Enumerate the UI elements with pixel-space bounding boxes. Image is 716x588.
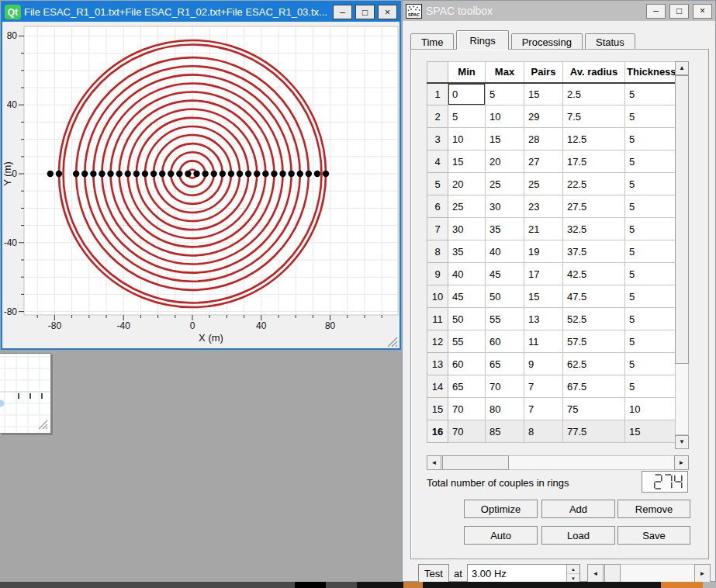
frequency-scroll-thumb[interactable] — [604, 564, 621, 583]
cell-av-radius[interactable]: 37.5 — [563, 240, 625, 263]
frequency-spinbox[interactable]: 3.00 Hz ▲ ▼ — [467, 564, 580, 583]
cell-thickness[interactable]: 5 — [625, 173, 679, 195]
close-button[interactable]: × — [693, 4, 712, 19]
auto-button[interactable]: Auto — [464, 526, 538, 545]
cell-av-radius[interactable]: 62.5 — [563, 353, 625, 375]
cell-pairs[interactable]: 25 — [524, 173, 563, 195]
cell-thickness[interactable]: 5 — [625, 218, 679, 240]
cell-av-radius[interactable]: 57.5 — [563, 330, 625, 353]
cell-max[interactable]: 70 — [486, 375, 524, 398]
row-number[interactable]: 1 — [427, 83, 448, 105]
row-number[interactable]: 12 — [427, 330, 448, 353]
row-number[interactable]: 2 — [427, 105, 448, 128]
maximize-button[interactable]: □ — [669, 4, 689, 19]
cell-av-radius[interactable]: 77.5 — [563, 420, 625, 443]
cell-pairs[interactable]: 19 — [524, 240, 563, 263]
cell-min[interactable]: 65 — [448, 375, 486, 398]
cell-av-radius[interactable]: 32.5 — [563, 218, 625, 240]
cell-thickness[interactable]: 5 — [625, 353, 679, 375]
row-number[interactable]: 14 — [427, 375, 448, 398]
row-number[interactable]: 7 — [427, 218, 448, 240]
cell-min[interactable]: 0 — [448, 83, 486, 105]
save-button[interactable]: Save — [617, 526, 690, 545]
cell-max[interactable]: 20 — [486, 150, 524, 173]
cell-max[interactable]: 60 — [486, 330, 524, 353]
rings-table[interactable]: MinMaxPairsAv. radiusThickness 105152.55… — [427, 61, 679, 443]
tab-rings[interactable]: Rings — [456, 30, 508, 50]
cell-pairs[interactable]: 9 — [524, 353, 563, 375]
tab-status[interactable]: Status — [585, 33, 635, 50]
row-number[interactable]: 10 — [427, 285, 448, 308]
cell-max[interactable]: 50 — [486, 285, 524, 308]
cell-thickness[interactable]: 5 — [625, 308, 679, 330]
plot-window-titlebar[interactable]: Qt File ESAC_R1_01.txt+File ESAC_R1_02.t… — [2, 2, 400, 22]
col-header-pairs[interactable]: Pairs — [524, 62, 563, 83]
table-hscroll-thumb[interactable] — [442, 455, 509, 470]
cell-thickness[interactable]: 5 — [625, 195, 679, 218]
cell-thickness[interactable]: 5 — [625, 240, 679, 263]
cell-max[interactable]: 25 — [486, 173, 524, 195]
cell-av-radius[interactable]: 42.5 — [563, 263, 625, 285]
cell-min[interactable]: 35 — [448, 240, 486, 263]
cell-min[interactable]: 25 — [448, 195, 486, 218]
tab-time[interactable]: Time — [410, 33, 454, 50]
col-header-av-radius[interactable]: Av. radius — [563, 62, 625, 83]
cell-pairs[interactable]: 15 — [524, 83, 563, 105]
cell-av-radius[interactable]: 17.5 — [563, 150, 625, 173]
cell-min[interactable]: 40 — [448, 263, 486, 285]
cell-max[interactable]: 5 — [486, 83, 524, 105]
cell-pairs[interactable]: 29 — [524, 105, 563, 128]
row-number[interactable]: 16 — [427, 420, 448, 443]
cell-min[interactable]: 50 — [448, 308, 486, 330]
col-header-max[interactable]: Max — [486, 62, 524, 83]
cell-max[interactable]: 85 — [486, 420, 524, 443]
table-scroll-down-button[interactable]: ▼ — [675, 435, 689, 449]
cell-min[interactable]: 45 — [448, 285, 486, 308]
cell-thickness[interactable]: 5 — [625, 330, 679, 353]
cell-av-radius[interactable]: 22.5 — [563, 173, 625, 195]
table-scroll-left-button[interactable]: ◄ — [427, 455, 441, 470]
cell-min[interactable]: 70 — [448, 420, 486, 443]
load-button[interactable]: Load — [541, 526, 615, 545]
frequency-spin-arrows[interactable]: ▲ ▼ — [566, 565, 579, 583]
row-number[interactable]: 5 — [427, 173, 448, 195]
cell-thickness[interactable]: 5 — [625, 83, 679, 105]
row-number[interactable]: 13 — [427, 353, 448, 375]
cell-pairs[interactable]: 7 — [524, 375, 563, 398]
cell-av-radius[interactable]: 12.5 — [563, 128, 625, 150]
table-scroll-right-button[interactable]: ► — [674, 455, 689, 470]
spac-titlebar[interactable]: SPAC SPAC toolbox – □ × — [403, 1, 715, 21]
table-scroll-up-button[interactable]: ▲ — [675, 61, 689, 75]
cell-max[interactable]: 30 — [486, 195, 524, 218]
spin-up-icon[interactable]: ▲ — [567, 565, 579, 574]
row-number[interactable]: 6 — [427, 195, 448, 218]
taskbar[interactable] — [0, 582, 716, 588]
cell-max[interactable]: 35 — [486, 218, 524, 240]
cell-max[interactable]: 80 — [486, 398, 524, 420]
cell-max[interactable]: 45 — [486, 263, 524, 285]
cell-max[interactable]: 55 — [486, 308, 524, 330]
cell-max[interactable]: 15 — [486, 128, 524, 150]
row-number[interactable]: 15 — [427, 398, 448, 420]
cell-min[interactable]: 55 — [448, 330, 486, 353]
cell-av-radius[interactable]: 75 — [563, 398, 625, 420]
col-header-thickness[interactable]: Thickness — [625, 62, 679, 83]
cell-pairs[interactable]: 21 — [524, 218, 563, 240]
row-number[interactable]: 3 — [427, 128, 448, 150]
cell-thickness[interactable]: 5 — [625, 128, 679, 150]
frequency-value[interactable]: 3.00 Hz — [468, 565, 566, 583]
add-button[interactable]: Add — [541, 500, 615, 518]
cell-pairs[interactable]: 13 — [524, 308, 563, 330]
minimize-button[interactable]: – — [333, 5, 352, 19]
cell-av-radius[interactable]: 47.5 — [563, 285, 625, 308]
cell-thickness[interactable]: 5 — [625, 105, 679, 128]
cell-min[interactable]: 60 — [448, 353, 486, 375]
test-button[interactable]: Test — [418, 564, 449, 583]
cell-av-radius[interactable]: 67.5 — [563, 375, 625, 398]
close-button[interactable]: × — [378, 5, 397, 19]
cell-thickness[interactable]: 5 — [625, 285, 679, 308]
cell-thickness[interactable]: 5 — [625, 263, 679, 285]
cell-av-radius[interactable]: 7.5 — [563, 105, 625, 128]
minimize-button[interactable]: – — [646, 4, 666, 19]
cell-pairs[interactable]: 28 — [524, 128, 563, 150]
